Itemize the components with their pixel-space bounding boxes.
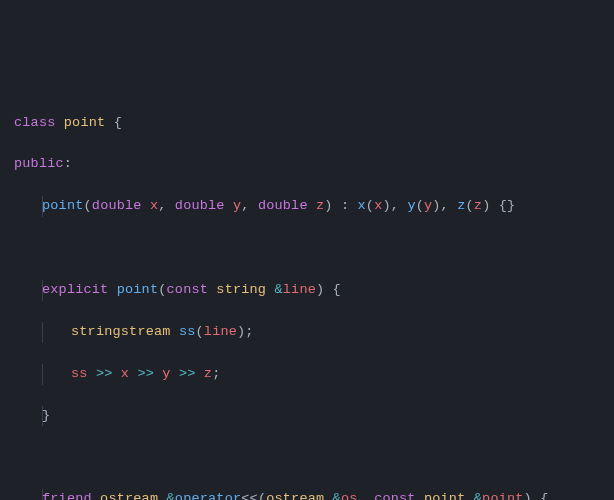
brace: } <box>42 408 50 423</box>
amp-icon: & <box>333 491 341 500</box>
amp-icon: & <box>474 491 482 500</box>
paren: ( <box>416 198 424 213</box>
code-editor: class point { public: point(double x, do… <box>14 92 614 500</box>
paren: ( <box>366 198 374 213</box>
keyword-const: const <box>374 491 424 500</box>
amp-icon: & <box>274 282 282 297</box>
param-os: os <box>341 491 358 500</box>
code-line: } <box>14 406 614 427</box>
paren: ( <box>158 282 166 297</box>
comma: , <box>158 198 175 213</box>
blank-line <box>14 447 614 468</box>
extract-op-icon: >> <box>137 366 162 381</box>
semi: ); <box>237 324 254 339</box>
code-line: stringstream ss(line); <box>42 322 614 343</box>
brace: ) { <box>524 491 549 500</box>
paren: ( <box>196 324 204 339</box>
member-z: z <box>204 366 212 381</box>
member-x: x <box>121 366 138 381</box>
amp-icon: & <box>167 491 175 500</box>
member-y: y <box>407 198 415 213</box>
var-ss: ss <box>179 324 196 339</box>
type-ostream: ostream <box>266 491 332 500</box>
keyword-friend: friend <box>42 491 100 500</box>
member-y: y <box>162 366 179 381</box>
code-line: class point { <box>14 113 614 134</box>
type-double: double <box>258 198 316 213</box>
initlist: ) : <box>324 198 357 213</box>
ctor-point: point <box>42 198 84 213</box>
semi: ; <box>212 366 220 381</box>
comma: , <box>241 198 258 213</box>
member-x: x <box>358 198 366 213</box>
type-point: point <box>64 115 106 130</box>
code-line: friend ostream &operator<<(ostream &os, … <box>14 489 614 500</box>
keyword-const: const <box>167 282 217 297</box>
insert-op-icon: << <box>241 491 258 500</box>
brace: ) { <box>316 282 341 297</box>
colon: : <box>64 156 72 171</box>
arg-line: line <box>204 324 237 339</box>
type-ostream: ostream <box>100 491 166 500</box>
type-double: double <box>175 198 233 213</box>
extract-op-icon: >> <box>179 366 204 381</box>
keyword-public: public <box>14 156 64 171</box>
type-string: string <box>216 282 274 297</box>
comma: , <box>358 491 375 500</box>
code-line: explicit point(const string &line) { <box>14 280 614 301</box>
brace: { <box>105 115 122 130</box>
code-line: public: <box>14 154 614 175</box>
type-stringstream: stringstream <box>71 324 179 339</box>
paren: ( <box>84 198 92 213</box>
keyword-explicit: explicit <box>42 282 117 297</box>
arg-z: z <box>474 198 482 213</box>
type-point: point <box>424 491 474 500</box>
fn-operator: operator <box>175 491 241 500</box>
blank-line <box>14 238 614 259</box>
paren: ( <box>466 198 474 213</box>
braces: ) {} <box>482 198 515 213</box>
paren: ), <box>432 198 457 213</box>
paren: ), <box>382 198 407 213</box>
param-x: x <box>150 198 158 213</box>
type-double: double <box>92 198 150 213</box>
extract-op-icon: >> <box>96 366 121 381</box>
code-line: point(double x, double y, double z) : x(… <box>14 196 614 217</box>
var-ss: ss <box>71 366 96 381</box>
code-line: ss >> x >> y >> z; <box>42 364 614 385</box>
ctor-point: point <box>117 282 159 297</box>
keyword-class: class <box>14 115 64 130</box>
param-line: line <box>283 282 316 297</box>
param-point: point <box>482 491 524 500</box>
member-z: z <box>457 198 465 213</box>
paren: ( <box>258 491 266 500</box>
